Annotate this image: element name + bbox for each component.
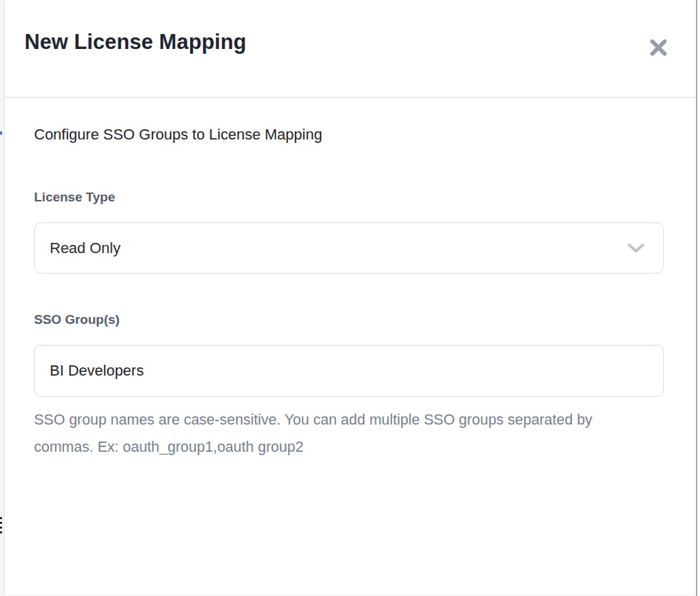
new-license-mapping-dialog: New License Mapping Configure SSO Groups…	[5, 0, 697, 596]
dialog-header: New License Mapping	[5, 0, 696, 98]
backdrop-fragment	[0, 131, 2, 135]
background-page-sliver	[0, 0, 5, 596]
backdrop-fragment	[0, 517, 2, 519]
backdrop-fragment	[0, 522, 2, 524]
backdrop-fragment	[0, 531, 2, 533]
sso-groups-label: SSO Group(s)	[34, 312, 664, 327]
license-type-select[interactable]: Read Only	[34, 222, 664, 274]
license-type-selected-value: Read Only	[50, 239, 121, 257]
sso-groups-input[interactable]	[34, 345, 664, 397]
chevron-down-icon	[627, 243, 645, 254]
license-type-label: License Type	[34, 190, 664, 205]
close-button[interactable]	[648, 37, 669, 59]
x-icon	[648, 37, 669, 59]
dialog-title: New License Mapping	[25, 30, 246, 54]
dialog-description: Configure SSO Groups to License Mapping	[34, 126, 664, 144]
backdrop-fragment	[0, 527, 2, 529]
sso-groups-help-text: SSO group names are case-sensitive. You …	[34, 406, 637, 461]
dialog-body: Configure SSO Groups to License Mapping …	[5, 98, 696, 461]
